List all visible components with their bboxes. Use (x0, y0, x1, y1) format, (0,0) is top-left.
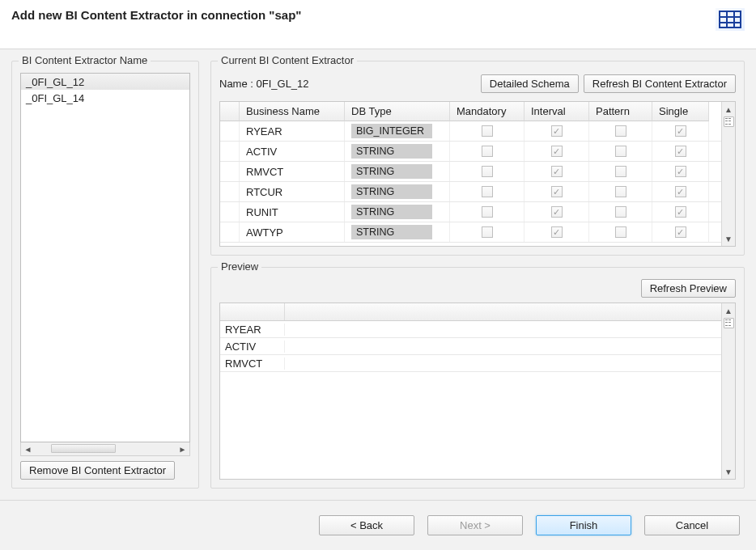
current-name-label: Name : 0FI_GL_12 (219, 78, 309, 90)
svg-rect-0 (720, 11, 741, 28)
scroll-up-icon[interactable]: ▲ (722, 305, 735, 316)
cell-db-type: STRING (345, 162, 450, 181)
extractor-listbox[interactable]: _0FI_GL_12 _0FI_GL_14 (20, 73, 190, 442)
cell-pattern[interactable] (589, 142, 652, 161)
scroll-thumb[interactable] (51, 444, 116, 453)
current-extractor-panel: Current BI Content Extractor Name : 0FI_… (210, 61, 745, 256)
body-area: BI Content Extractor Name _0FI_GL_12 _0F… (0, 49, 756, 489)
cell-pattern[interactable] (589, 202, 652, 222)
finish-button[interactable]: Finish (536, 515, 631, 535)
preview-v-scrollbar[interactable]: ▲ ▼ (721, 303, 735, 479)
cell-business-name: RYEAR (240, 121, 345, 141)
preview-row[interactable]: RYEAR (220, 321, 721, 338)
right-column: Current BI Content Extractor Name : 0FI_… (210, 61, 745, 489)
preview-row-label: RMVCT (220, 358, 285, 370)
cell-business-name: AWTYP (240, 222, 345, 242)
extractor-list-title: BI Content Extractor Name (19, 54, 151, 66)
dialog-title: Add new BI Content Extractor in connecti… (11, 8, 301, 22)
cell-db-type: STRING (345, 202, 450, 222)
cell-interval[interactable] (525, 142, 589, 161)
scroll-left-icon[interactable]: ◄ (21, 442, 35, 455)
cell-business-name: RTCUR (240, 182, 345, 201)
table-row[interactable]: RYEARBIG_INTEGER (220, 121, 721, 142)
preview-row[interactable]: ACTIV (220, 338, 721, 355)
cell-interval[interactable] (525, 222, 589, 242)
table-row[interactable]: ACTIVSTRING (220, 142, 721, 162)
cell-business-name: RUNIT (240, 202, 345, 222)
cell-interval[interactable] (525, 202, 589, 222)
col-db-type[interactable]: DB Type (345, 102, 450, 121)
preview-row[interactable]: RMVCT (220, 355, 721, 372)
preview-panel: Preview Refresh Preview RYEARACTIVRMVCT … (210, 267, 745, 489)
scroll-right-icon[interactable]: ► (176, 442, 189, 455)
scroll-up-icon[interactable]: ▲ (722, 104, 735, 115)
cell-single[interactable] (652, 182, 709, 201)
cell-pattern[interactable] (589, 121, 652, 141)
cell-db-type: STRING (345, 142, 450, 161)
cell-single[interactable] (652, 142, 709, 161)
preview-title: Preview (218, 260, 261, 273)
left-column: BI Content Extractor Name _0FI_GL_12 _0F… (11, 61, 199, 489)
preview-grid[interactable]: RYEARACTIVRMVCT ▲ ▼ (219, 302, 736, 480)
cell-pattern[interactable] (589, 182, 652, 201)
cell-mandatory[interactable] (450, 202, 525, 222)
col-mandatory[interactable]: Mandatory (450, 102, 525, 121)
cell-single[interactable] (652, 162, 709, 181)
row-lead (220, 222, 240, 242)
cell-interval[interactable] (525, 182, 589, 201)
table-row[interactable]: RMVCTSTRING (220, 162, 721, 182)
cell-interval[interactable] (525, 162, 589, 181)
cell-interval[interactable] (525, 121, 589, 141)
scroll-down-icon[interactable]: ▼ (722, 233, 735, 244)
cell-mandatory[interactable] (450, 142, 525, 161)
row-lead (220, 121, 240, 141)
detailed-schema-button[interactable]: Detailed Schema (481, 74, 579, 93)
cell-business-name: ACTIV (240, 142, 345, 161)
grid-header-lead (220, 102, 240, 121)
table-row[interactable]: RTCURSTRING (220, 182, 721, 202)
back-button[interactable]: < Back (319, 515, 414, 535)
cell-single[interactable] (652, 202, 709, 222)
fields-grid[interactable]: Business Name DB Type Mandatory Interval… (219, 101, 736, 247)
col-pattern[interactable]: Pattern (589, 102, 652, 121)
list-h-scrollbar[interactable]: ◄ ► (20, 442, 190, 456)
list-item[interactable]: _0FI_GL_12 (21, 74, 189, 90)
cell-pattern[interactable] (589, 162, 652, 181)
col-interval[interactable]: Interval (525, 102, 589, 121)
col-single[interactable]: Single (652, 102, 709, 121)
remove-extractor-button[interactable]: Remove BI Content Extractor (20, 461, 175, 480)
cell-mandatory[interactable] (450, 162, 525, 181)
scroll-track[interactable] (35, 442, 176, 455)
cell-single[interactable] (652, 222, 709, 242)
dialog-root: Add new BI Content Extractor in connecti… (0, 0, 756, 550)
dialog-footer: < Back Next > Finish Cancel (0, 501, 756, 550)
table-row[interactable]: AWTYPSTRING (220, 222, 721, 243)
grid-header-row: Business Name DB Type Mandatory Interval… (220, 102, 721, 121)
grid-v-scrollbar[interactable]: ▲ ▼ (721, 102, 735, 246)
cell-mandatory[interactable] (450, 121, 525, 141)
list-item[interactable]: _0FI_GL_14 (21, 90, 189, 106)
current-extractor-title: Current BI Content Extractor (218, 54, 357, 66)
table-icon (716, 8, 745, 31)
cell-pattern[interactable] (589, 222, 652, 242)
cell-business-name: RMVCT (240, 162, 345, 181)
table-row[interactable]: RUNITSTRING (220, 202, 721, 222)
cell-mandatory[interactable] (450, 222, 525, 242)
current-top-row: Name : 0FI_GL_12 Detailed Schema Refresh… (219, 74, 736, 93)
refresh-preview-button[interactable]: Refresh Preview (641, 279, 736, 298)
next-button: Next > (427, 515, 523, 535)
cell-single[interactable] (652, 121, 709, 141)
refresh-extractor-button[interactable]: Refresh BI Content Extractor (584, 74, 736, 93)
cell-mandatory[interactable] (450, 182, 525, 201)
row-lead (220, 162, 240, 181)
scroll-down-icon[interactable]: ▼ (722, 466, 735, 477)
cancel-button[interactable]: Cancel (644, 515, 740, 535)
scroll-options-icon[interactable] (724, 318, 734, 328)
row-lead (220, 202, 240, 222)
cell-db-type: STRING (345, 222, 450, 242)
preview-row-label: ACTIV (220, 341, 285, 353)
dialog-header: Add new BI Content Extractor in connecti… (0, 0, 756, 37)
cell-db-type: STRING (345, 182, 450, 201)
col-business-name[interactable]: Business Name (240, 102, 345, 121)
scroll-options-icon[interactable] (724, 116, 734, 127)
